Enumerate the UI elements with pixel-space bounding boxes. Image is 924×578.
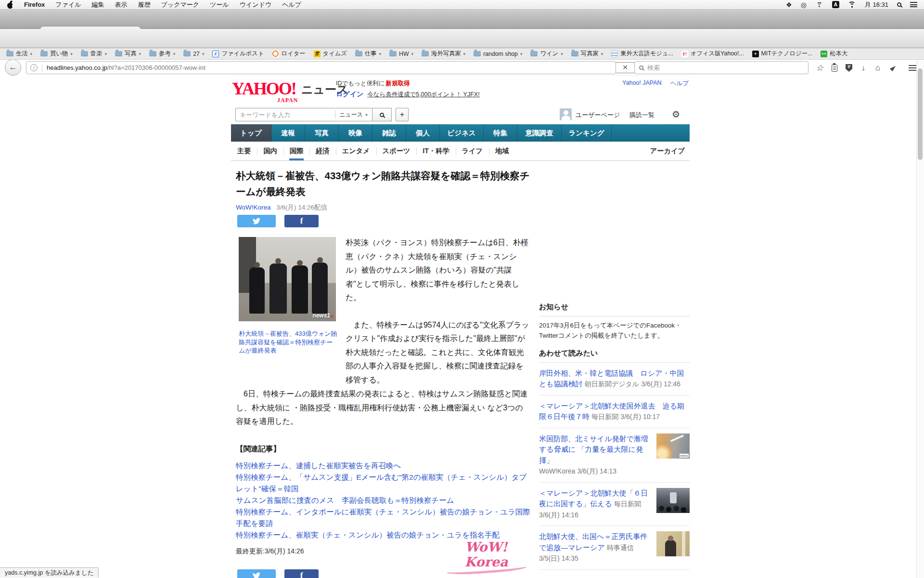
facebook-share-button[interactable] — [284, 215, 319, 227]
register-link[interactable]: 新規取得 — [385, 80, 410, 87]
notification-center-icon[interactable] — [910, 2, 917, 7]
bookmark-folder[interactable]: 海外写真家 — [422, 50, 465, 58]
sidebar-news-item[interactable]: 米国防部、北ミサイル発射で漸増する脅威に 「力量を最大限に発揮」 WoW!Kor… — [539, 428, 690, 483]
nav-tab-personal[interactable]: 個人 — [406, 124, 440, 142]
bookmark-item[interactable]: タイムズ — [314, 50, 347, 58]
apple-menu-icon[interactable] — [7, 1, 13, 9]
subnav-sports[interactable]: スポーツ — [376, 142, 417, 160]
shield-addon-icon[interactable] — [843, 63, 855, 73]
subnav-it-science[interactable]: IT・科学 — [416, 142, 455, 160]
url-bar[interactable]: headlines.yahoo.co.jp /hl?a=20170306-000… — [26, 61, 616, 74]
twitter-share-button-bottom[interactable] — [237, 569, 276, 578]
bookmark-item[interactable]: オフィス版Yahoo!... — [681, 50, 744, 58]
bookmark-star-icon[interactable] — [814, 63, 825, 73]
menu-help[interactable]: ヘルプ — [282, 0, 301, 9]
keyword-search-input[interactable] — [236, 111, 335, 118]
stop-button[interactable] — [620, 61, 630, 74]
subnav-entertainment[interactable]: エンタメ — [336, 142, 376, 160]
article-source-link[interactable]: WoW!Korea — [236, 204, 271, 211]
subnav-region[interactable]: 地域 — [489, 142, 515, 160]
related-link[interactable]: 特別検察チーム、インタポールに崔順実（チェ・スンシル）被告の娘チョン・ユラ国際手… — [236, 506, 532, 529]
menu-tools[interactable]: ツール — [210, 0, 229, 9]
bookmark-folder[interactable]: 仕事 — [355, 50, 381, 58]
spotlight-icon[interactable] — [897, 2, 901, 7]
nav-tab-top[interactable]: トップ — [231, 124, 271, 142]
sidebar-news-link[interactable]: 米国防部、北ミサイル発射で漸増する脅威に 「力量を最大限に発揮」 — [539, 434, 648, 464]
news-search-button[interactable] — [372, 108, 392, 121]
bookmark-folder[interactable]: ワイン — [530, 50, 563, 58]
related-link[interactable]: サムスン首脳部に捜査のメス 李副会長聴取も＝特別検察チーム — [236, 495, 532, 506]
user-avatar[interactable] — [560, 108, 572, 120]
keyword-search-field[interactable]: ニュース — [235, 108, 372, 121]
photo-caption-link[interactable]: 朴大統領－崔被告、433億ウォン賄賂共謀容疑を確認＝特別検察チームが最終発表 — [239, 329, 338, 355]
browser-search-field[interactable] — [634, 61, 808, 74]
sidebar-news-item[interactable]: 岸田外相、米・韓と電話協議 ロシア・中国とも協議検討 朝日新聞デジタル 3/6(… — [539, 363, 690, 395]
user-page-link[interactable]: ユーザーページ — [576, 111, 620, 119]
bookmark-folder[interactable]: HW — [389, 51, 413, 57]
menu-view[interactable]: 表示 — [115, 0, 128, 9]
browser-search-input[interactable] — [647, 64, 792, 71]
bookmark-folder[interactable]: 27 — [183, 51, 204, 57]
bookmark-folder[interactable]: 参考 — [149, 50, 175, 58]
add-keyword-button[interactable] — [396, 108, 409, 121]
nav-tab-photo[interactable]: 写真 — [305, 124, 339, 142]
yahoo-japan-link[interactable]: Yahoo! JAPAN — [622, 79, 662, 88]
gear-icon[interactable] — [672, 109, 680, 120]
bookmark-folder[interactable]: 写真家 — [571, 50, 603, 58]
nav-tab-flash[interactable]: 速報 — [271, 124, 305, 142]
subnav-life[interactable]: ライフ — [456, 142, 489, 160]
back-button[interactable] — [5, 59, 21, 76]
creative-cloud-icon[interactable] — [801, 1, 807, 9]
bookmark-folder[interactable]: 音楽 — [81, 50, 107, 58]
news-thumbnail-ambassador[interactable] — [656, 531, 690, 556]
bookmark-item[interactable]: 松本大 — [821, 50, 847, 58]
related-link[interactable]: 特別検察チーム、「サムスン支援」Eメール含む"第2の崔順実（チェ・スンシル）タブ… — [236, 472, 532, 495]
menu-bar-clock[interactable]: 月 16:31 — [865, 0, 888, 9]
input-source-icon[interactable]: A — [832, 1, 839, 8]
sidebar-news-item[interactable]: 北朝鮮大使、出国へ＝正男氏事件で追放―マレーシア 時事通信 3/5(日) 14:… — [539, 526, 690, 570]
archive-link[interactable]: アーカイブ — [650, 146, 685, 156]
related-link[interactable]: 特別検察チーム、逮捕した崔順実被告を再召喚へ — [236, 460, 532, 472]
news-thumbnail-missile[interactable]: news1 — [656, 434, 690, 459]
nav-tab-poll[interactable]: 意識調査 — [517, 124, 562, 142]
subnav-economy[interactable]: 経済 — [309, 142, 335, 160]
clipboard-icon[interactable] — [829, 63, 840, 73]
downloads-icon[interactable] — [858, 63, 869, 73]
news-thumbnail-press[interactable] — [656, 488, 690, 513]
menu-window[interactable]: ウインドウ — [240, 0, 272, 9]
yahoo-logo[interactable]: YAHOO! — [232, 79, 296, 99]
bookmark-folder[interactable]: 買い物 — [40, 50, 73, 58]
bookmark-folder[interactable]: 生活 — [6, 50, 32, 58]
menu-file[interactable]: ファイル — [55, 0, 81, 9]
nav-tab-video[interactable]: 映像 — [339, 124, 372, 142]
twitter-share-button[interactable] — [237, 215, 276, 227]
menu-bookmarks[interactable]: ブックマーク — [161, 0, 200, 9]
wifi-icon[interactable] — [848, 1, 856, 8]
nav-tab-magazine[interactable]: 雑誌 — [372, 124, 406, 142]
help-link[interactable]: ヘルプ — [670, 79, 689, 88]
bookmark-folder[interactable]: random shop — [474, 51, 522, 57]
search-category-dropdown[interactable]: ニュース — [335, 110, 372, 119]
home-icon[interactable] — [872, 63, 884, 73]
dropbox-icon[interactable] — [786, 1, 792, 9]
facebook-share-button-bottom[interactable] — [284, 569, 319, 578]
subscriptions-link[interactable]: 購読一覧 — [629, 111, 654, 119]
subnav-main[interactable]: 主要 — [231, 142, 257, 160]
bookmark-item[interactable]: 東外大言語モジュ... — [611, 50, 673, 58]
site-info-icon[interactable] — [30, 64, 38, 71]
subnav-international[interactable]: 国際 — [283, 142, 309, 160]
menu-firefox[interactable]: Firefox — [24, 1, 45, 8]
subnav-domestic[interactable]: 国内 — [257, 142, 283, 160]
campaign-link[interactable]: 今なら条件達成で5,000ポイント！ YJFX! — [367, 91, 479, 98]
nav-tab-feature[interactable]: 特集 — [484, 124, 517, 142]
menu-history[interactable]: 履歴 — [138, 0, 151, 9]
bookmark-folder[interactable]: 写真 — [115, 50, 141, 58]
login-link[interactable]: ログイン — [336, 90, 363, 98]
scrollbar-thumb[interactable] — [918, 68, 923, 160]
send-tab-icon[interactable] — [887, 63, 899, 73]
sidebar-news-item[interactable]: ＜マレーシア＞北朝鮮大使「６日夜に出国する」伝える 毎日新聞 3/6(月) 14… — [539, 483, 690, 526]
nav-tab-ranking[interactable]: ランキング — [562, 124, 612, 142]
bookmark-item[interactable]: MITテクノロジー... — [752, 50, 813, 58]
menu-edit[interactable]: 編集 — [92, 0, 104, 9]
network-signal-icon[interactable] — [816, 2, 823, 7]
